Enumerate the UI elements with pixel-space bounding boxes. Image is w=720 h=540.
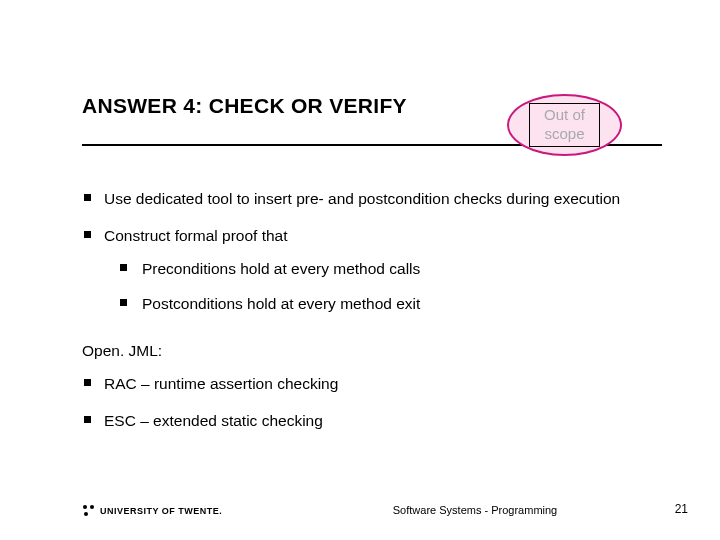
bullet-item: ESC – extended static checking	[82, 411, 642, 432]
footer-center: Software Systems - Programming	[262, 504, 688, 516]
bullet-text: ESC – extended static checking	[104, 412, 323, 429]
content-area: Use dedicated tool to insert pre- and po…	[82, 153, 642, 431]
main-bullets: Use dedicated tool to insert pre- and po…	[82, 189, 642, 315]
footer: UNIVERSITY OF TWENTE. Software Systems -…	[82, 496, 688, 516]
bullet-item: Use dedicated tool to insert pre- and po…	[82, 189, 642, 210]
slide: ANSWER 4: CHECK OR VERIFY Out of scope U…	[0, 0, 720, 540]
scope-badge: Out of scope	[529, 103, 600, 147]
university-mark: UNIVERSITY OF TWENTE.	[82, 504, 222, 516]
bullet-text: Construct formal proof that	[104, 227, 288, 244]
bullet-item: RAC – runtime assertion checking	[82, 374, 642, 395]
secondary-bullets: RAC – runtime assertion checking ESC – e…	[82, 374, 642, 432]
title-row: ANSWER 4: CHECK OR VERIFY Out of scope	[82, 88, 642, 153]
section-label: Open. JML:	[82, 341, 642, 362]
sub-bullet-text: Preconditions hold at every method calls	[142, 260, 420, 277]
bullet-text: Use dedicated tool to insert pre- and po…	[104, 190, 620, 207]
sub-bullet-item: Postconditions hold at every method exit	[120, 294, 642, 315]
scope-badge-wrap: Out of scope	[507, 94, 622, 156]
sub-bullet-text: Postconditions hold at every method exit	[142, 295, 420, 312]
sub-bullet-item: Preconditions hold at every method calls	[120, 259, 642, 280]
university-logo-icon	[82, 504, 94, 516]
university-name: UNIVERSITY OF TWENTE.	[100, 506, 222, 516]
bullet-item: Construct formal proof that Precondition…	[82, 226, 642, 315]
sub-bullets: Preconditions hold at every method calls…	[104, 259, 642, 315]
bullet-text: RAC – runtime assertion checking	[104, 375, 338, 392]
page-number: 21	[675, 502, 688, 516]
